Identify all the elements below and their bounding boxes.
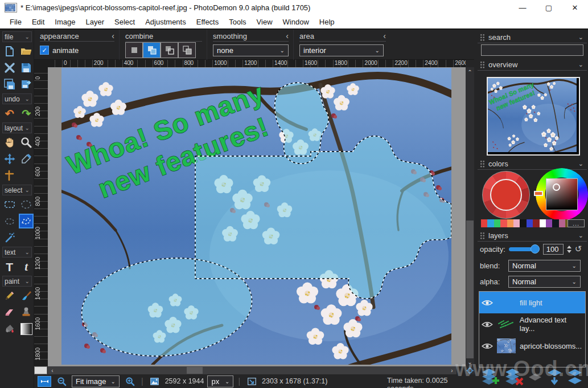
delete-layer-button[interactable] xyxy=(504,369,524,388)
horizontal-scroll-thumb[interactable] xyxy=(187,367,203,374)
scroll-left-arrow[interactable]: ‹ xyxy=(49,366,56,374)
zoom-preset-dropdown[interactable]: Fit image ⌄ xyxy=(72,375,120,387)
zoom-in-button[interactable] xyxy=(123,376,137,387)
menu-item-file[interactable]: File xyxy=(5,16,27,28)
polygon-select-tool[interactable] xyxy=(19,214,34,228)
opacity-reset-button[interactable]: ↺ xyxy=(575,244,582,254)
color-swatch[interactable] xyxy=(487,219,494,227)
magic-wand-tool[interactable] xyxy=(2,230,17,245)
units-dropdown[interactable]: px ⌄ xyxy=(207,375,233,387)
ellipse-select-tool[interactable] xyxy=(19,197,34,212)
collapse-section-icon[interactable]: ‹ xyxy=(366,31,386,40)
layer-row-fill-light[interactable]: fill light xyxy=(479,292,585,313)
scroll-up-arrow[interactable]: ⌃ xyxy=(466,68,474,75)
gradient-tool[interactable] xyxy=(19,321,34,336)
zoom-out-button[interactable] xyxy=(55,376,68,387)
text-tools-dropdown[interactable]: text ⌄ xyxy=(2,247,32,258)
current-color-swatch[interactable] xyxy=(490,179,522,211)
layer-visibility-eye-icon[interactable] xyxy=(482,321,493,328)
image-viewport[interactable]: Whoa! So many new features! xyxy=(48,67,466,366)
menu-item-image[interactable]: Image xyxy=(50,16,80,28)
move-tool[interactable] xyxy=(2,152,17,166)
close-button[interactable]: ✕ xyxy=(562,0,588,15)
rectangle-select-tool[interactable] xyxy=(2,197,17,212)
opacity-slider[interactable] xyxy=(509,247,535,251)
animate-checkbox[interactable]: ✓ xyxy=(40,46,49,55)
collapse-section-icon[interactable]: ‹ xyxy=(94,31,114,40)
color-swatch[interactable] xyxy=(546,219,552,227)
menu-item-adjustments[interactable]: Adjustments xyxy=(140,16,191,28)
search-input[interactable] xyxy=(481,44,583,56)
paint-tools-dropdown[interactable]: paint ⌄ xyxy=(2,276,32,287)
menu-item-effects[interactable]: Effects xyxy=(191,16,224,28)
opacity-spinner[interactable] xyxy=(567,246,571,253)
panel-drag-handle[interactable] xyxy=(480,34,485,41)
more-colors-button[interactable]: ... xyxy=(568,219,585,227)
blend-mode-dropdown[interactable]: Normal ⌄ xyxy=(508,260,581,272)
color-swatch[interactable] xyxy=(533,219,539,227)
combine-intersect-button[interactable] xyxy=(178,42,196,58)
fit-canvas-button[interactable] xyxy=(38,376,51,387)
menu-item-tools[interactable]: Tools xyxy=(224,16,251,28)
alpha-mode-dropdown[interactable]: Normal ⌄ xyxy=(508,276,581,288)
color-swatch[interactable] xyxy=(559,219,565,227)
panel-drag-handle[interactable] xyxy=(480,160,485,168)
new-image-button[interactable] xyxy=(2,44,17,59)
color-swatch[interactable] xyxy=(500,219,507,227)
zoom-tool[interactable] xyxy=(19,135,34,150)
color-swatch[interactable] xyxy=(520,219,526,227)
combine-subtract-button[interactable] xyxy=(161,42,178,58)
merge-layer-button[interactable] xyxy=(528,370,542,386)
layer-order-button[interactable] xyxy=(566,369,583,387)
menu-item-view[interactable]: View xyxy=(252,16,278,28)
vertical-scroll-thumb[interactable] xyxy=(466,220,474,358)
maximize-button[interactable]: ▢ xyxy=(536,0,562,15)
area-dropdown[interactable]: interior ⌄ xyxy=(299,44,384,56)
panel-drag-handle[interactable] xyxy=(480,61,485,68)
opacity-value-box[interactable]: 100 xyxy=(543,244,564,255)
undo-button[interactable]: ↶ xyxy=(2,106,17,121)
color-harmony-wheel[interactable] xyxy=(482,171,530,219)
menu-item-window[interactable]: Window xyxy=(278,16,314,28)
color-swatch[interactable] xyxy=(527,219,533,227)
vertical-scrollbar[interactable]: ⌃ ⌄ xyxy=(466,67,474,366)
advanced-text-tool[interactable]: t xyxy=(19,259,34,274)
color-swatch[interactable] xyxy=(507,219,513,227)
saturation-indicator[interactable] xyxy=(553,183,560,191)
paintbrush-tool[interactable] xyxy=(19,288,34,303)
menu-item-select[interactable]: Select xyxy=(109,16,140,28)
color-swatch[interactable] xyxy=(552,219,558,227)
layer-visibility-eye-icon[interactable] xyxy=(482,299,493,307)
layer-visibility-eye-icon[interactable] xyxy=(482,342,493,350)
scroll-down-arrow[interactable]: ⌄ xyxy=(466,358,474,365)
select-tools-dropdown[interactable]: select ⌄ xyxy=(2,185,32,195)
crop-tool[interactable] xyxy=(2,168,17,183)
color-swatch[interactable] xyxy=(513,219,520,227)
eraser-tool[interactable] xyxy=(2,305,17,320)
redo-button[interactable]: ↷ xyxy=(19,106,34,121)
image-canvas[interactable]: Whoa! So many new features! xyxy=(61,68,451,365)
save-button[interactable] xyxy=(19,60,34,75)
layout-tools-dropdown[interactable]: layout ⌄ xyxy=(2,122,32,133)
layer-row-apricot-blossoms[interactable]: apricot-blossoms... xyxy=(479,335,585,357)
open-image-button[interactable] xyxy=(19,44,34,59)
scroll-right-arrow[interactable]: › xyxy=(449,366,455,374)
menu-item-layer[interactable]: Layer xyxy=(81,16,110,28)
lasso-select-tool[interactable] xyxy=(2,214,17,228)
saturation-value-box[interactable] xyxy=(546,178,578,210)
minimize-button[interactable]: — xyxy=(509,0,536,15)
color-swatch[interactable] xyxy=(494,219,500,227)
smoothing-dropdown[interactable]: none ⌄ xyxy=(213,44,289,56)
export-image-button[interactable] xyxy=(19,77,34,92)
hand-pan-tool[interactable] xyxy=(2,135,17,150)
layer-row-advanced-text[interactable]: Advanced text lay... xyxy=(479,313,585,335)
menu-item-edit[interactable]: Edit xyxy=(27,16,50,28)
fill-bucket-tool[interactable] xyxy=(2,321,17,336)
color-picker-tool[interactable] xyxy=(19,152,34,166)
combine-replace-button[interactable] xyxy=(125,42,143,58)
add-layer-button[interactable] xyxy=(481,369,500,388)
undo-tools-dropdown[interactable]: undo ⌄ xyxy=(2,93,32,104)
basic-text-tool[interactable]: T xyxy=(2,259,17,274)
menu-item-help[interactable]: Help xyxy=(314,16,340,28)
combine-add-button[interactable] xyxy=(143,42,161,58)
